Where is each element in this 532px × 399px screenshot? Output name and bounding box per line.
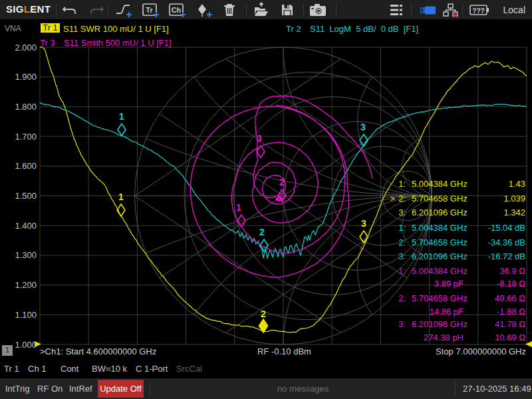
svg-text:3: 3	[360, 122, 366, 132]
svg-text:49.66 Ω: 49.66 Ω	[495, 293, 525, 303]
svg-text:2: 2	[279, 177, 285, 188]
svg-text:>: >	[390, 194, 395, 203]
svg-text:3: 3	[361, 218, 366, 229]
svg-text:3: 3	[257, 133, 262, 144]
svg-text:10.69 Ω: 10.69 Ω	[495, 332, 525, 342]
svg-text:1.039: 1.039	[503, 194, 525, 203]
svg-text:3:: 3:	[398, 251, 406, 261]
svg-text:2:: 2:	[398, 194, 406, 203]
svg-text:1: 1	[236, 202, 241, 213]
svg-text:2:: 2:	[398, 293, 406, 303]
svg-text:1:: 1:	[398, 223, 406, 233]
svg-text:6.201096 GHz: 6.201096 GHz	[412, 251, 467, 261]
svg-text:2:: 2:	[398, 237, 406, 247]
svg-text:1.700: 1.700	[15, 132, 37, 142]
svg-text:5.004384 GHz: 5.004384 GHz	[412, 266, 467, 276]
svg-text:6.201096 GHz: 6.201096 GHz	[412, 319, 467, 329]
svg-text:1.100: 1.100	[15, 310, 37, 320]
svg-text:1.900: 1.900	[15, 72, 37, 82]
svg-text:1.342: 1.342	[503, 207, 525, 217]
svg-text:1:: 1:	[398, 266, 406, 276]
svg-text:1: 1	[119, 111, 124, 122]
svg-text:1.800: 1.800	[15, 102, 37, 112]
svg-text:-8.18 Ω: -8.18 Ω	[497, 279, 525, 289]
svg-text:-1.88 Ω: -1.88 Ω	[497, 307, 525, 317]
svg-text:1.600: 1.600	[15, 161, 37, 171]
svg-text:5.704658 GHz: 5.704658 GHz	[412, 194, 467, 203]
svg-text:1.300: 1.300	[15, 250, 37, 260]
svg-text:2.000: 2.000	[15, 43, 37, 53]
svg-text:1:: 1:	[398, 179, 406, 189]
svg-text:274.38 pH: 274.38 pH	[424, 332, 464, 342]
svg-text:???: ???	[472, 7, 484, 15]
svg-text:41.78 Ω: 41.78 Ω	[495, 319, 525, 329]
svg-text:Tr: Tr	[146, 6, 153, 14]
svg-text:5.704658 GHz: 5.704658 GHz	[412, 237, 467, 247]
svg-text:1.500: 1.500	[15, 191, 37, 201]
svg-text:1.43: 1.43	[509, 179, 525, 189]
svg-text:36.9 Ω: 36.9 Ω	[499, 266, 525, 276]
svg-text:3.89 pF: 3.89 pF	[434, 279, 464, 289]
svg-text:-34.36 dB: -34.36 dB	[488, 237, 525, 247]
svg-text:-16.72 dB: -16.72 dB	[488, 251, 525, 261]
svg-text:2: 2	[261, 309, 266, 319]
svg-text:1.000: 1.000	[15, 340, 37, 350]
svg-text:Ch: Ch	[172, 6, 182, 14]
svg-text:5.004384 GHz: 5.004384 GHz	[412, 179, 467, 189]
svg-text:1.400: 1.400	[15, 221, 37, 231]
svg-text:14.86 pF: 14.86 pF	[430, 307, 464, 317]
svg-text:1: 1	[118, 192, 124, 202]
svg-text:2: 2	[259, 227, 265, 237]
svg-text:5.004384 GHz: 5.004384 GHz	[412, 223, 467, 233]
svg-text:5.704658 GHz: 5.704658 GHz	[412, 293, 467, 303]
svg-text:-15.04 dB: -15.04 dB	[488, 223, 525, 233]
svg-text:6.201096 GHz: 6.201096 GHz	[412, 207, 467, 217]
svg-text:3:: 3:	[398, 319, 406, 329]
svg-text:1.200: 1.200	[15, 280, 37, 290]
svg-text:3:: 3:	[398, 207, 406, 217]
